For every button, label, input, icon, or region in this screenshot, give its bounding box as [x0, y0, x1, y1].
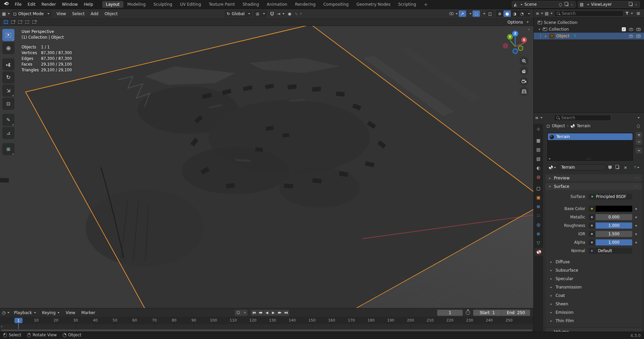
outliner-search-field[interactable]: Search	[554, 10, 623, 16]
timeline-editor-type-button[interactable]: ◷	[2, 309, 9, 316]
play-button[interactable]: ▶	[270, 310, 276, 316]
show-overlays-button[interactable]: ◌	[472, 10, 480, 17]
axis-y-neg-ball[interactable]	[518, 45, 523, 51]
timeline-menu-view[interactable]: View	[63, 308, 78, 317]
material-name-field[interactable]: Terrain	[559, 164, 606, 170]
workspace-tab-texture-paint[interactable]: Texture Paint	[205, 1, 238, 8]
editor-type-button[interactable]: ▦	[2, 10, 10, 17]
play-reverse-button[interactable]: ◀	[264, 310, 270, 316]
panel-surface[interactable]: ▾Surface∷∷	[545, 183, 642, 190]
tool-annotate[interactable]: ✎	[2, 114, 14, 126]
panel-diffuse[interactable]: ▸Diffuse	[545, 258, 642, 266]
browse-material-button[interactable]	[546, 164, 558, 170]
panel-transmission[interactable]: ▸Transmission	[545, 283, 642, 291]
stopwatch-icon[interactable]	[466, 310, 470, 315]
decorator-dot[interactable]	[635, 216, 637, 218]
region-divider[interactable]	[534, 112, 644, 113]
outliner-row-object[interactable]: ▸ ▽ Object ▽	[534, 33, 644, 39]
tool-add-cube[interactable]: ⊞	[2, 143, 14, 155]
metallic-socket[interactable]	[589, 214, 595, 220]
select-mode-invert[interactable]: ·	[24, 20, 30, 25]
properties-tab-view-layer[interactable]: ▧	[534, 155, 543, 163]
mode-selector[interactable]: ◻ Object Mode	[11, 10, 51, 17]
frame-end-field[interactable]: End250	[502, 310, 530, 316]
timeline-menu-playback[interactable]: Playback	[11, 308, 39, 317]
collection-checkbox[interactable]: ✓	[622, 27, 626, 31]
workspace-tab-scripting[interactable]: Scripting	[394, 1, 420, 8]
shading-wireframe-button[interactable]: ⊕	[496, 10, 503, 17]
tool-measure[interactable]: ⊿	[2, 127, 14, 139]
normal-button[interactable]: Default	[596, 248, 632, 254]
menu-window[interactable]: Window	[59, 0, 81, 9]
select-mode-extend[interactable]: +	[9, 20, 16, 25]
pan-button[interactable]	[520, 67, 528, 75]
tool-move[interactable]: ↔↕	[2, 58, 14, 70]
shading-dropdown[interactable]	[526, 10, 530, 17]
current-frame-field[interactable]: 1	[437, 310, 463, 316]
new-collection-button[interactable]: ⊞	[635, 10, 642, 16]
timeline-track-area[interactable]: »	[0, 324, 533, 329]
panel-emission[interactable]: ▸Emission	[545, 308, 642, 316]
workspace-tab-layout[interactable]: Layout	[102, 1, 123, 8]
panel-sheen[interactable]: ▸Sheen	[545, 300, 642, 308]
auto-keying-dropdown[interactable]	[242, 310, 248, 316]
normal-socket[interactable]	[589, 248, 595, 254]
viewport-menu-object[interactable]: Object	[102, 9, 121, 18]
panel-preview[interactable]: ▸Preview∷∷	[545, 174, 642, 181]
properties-editor-type-button[interactable]: ≡	[535, 114, 542, 121]
next-keyframe-button[interactable]: ◆▶	[276, 310, 283, 316]
proportional-falloff-button[interactable]: ∿	[295, 10, 302, 17]
snap-toggle-button[interactable]	[268, 10, 276, 17]
properties-tab-constraints[interactable]: ⊚	[534, 230, 543, 238]
show-object-types-button[interactable]	[449, 10, 458, 17]
viewport-menu-add[interactable]: Add	[87, 9, 101, 18]
pin-icon[interactable]	[558, 2, 563, 7]
shading-material-button[interactable]: ◑	[511, 10, 518, 17]
region-divider[interactable]	[533, 9, 534, 332]
menu-file[interactable]: File	[12, 0, 25, 9]
tool-cursor[interactable]: ⊕	[2, 42, 14, 54]
workspace-tab-rendering[interactable]: Rendering	[291, 1, 319, 8]
axis-z-ball[interactable]: Z	[512, 31, 518, 37]
disable-in-render-icon[interactable]	[636, 28, 641, 31]
jump-to-start-button[interactable]: ▮◀	[251, 310, 257, 316]
auto-keying-button[interactable]	[235, 310, 242, 316]
panel-specular[interactable]: ▸Specular	[545, 274, 642, 283]
timeline-scrollbar[interactable]	[0, 329, 533, 332]
workspace-tab-shading[interactable]: Shading	[239, 1, 263, 8]
overlays-dropdown[interactable]	[481, 10, 485, 17]
playhead-line[interactable]	[18, 322, 19, 329]
tool-transform[interactable]: ⊡	[2, 98, 14, 110]
pin-icon[interactable]	[636, 124, 641, 128]
sidebar-collapse-arrow[interactable]: ‹	[528, 27, 530, 32]
workspace-tab-sculpting[interactable]: Sculpting	[150, 1, 176, 8]
outliner-display-mode-button[interactable]: ▤	[545, 10, 553, 16]
decorator-dot[interactable]	[635, 242, 637, 243]
menu-edit[interactable]: Edit	[25, 0, 38, 9]
scene-selector[interactable]: ◭ Scene ×	[512, 1, 576, 8]
outliner-editor-type-button[interactable]: ≡	[536, 10, 543, 16]
axis-y-ball[interactable]: Y	[507, 34, 513, 40]
roughness-slider[interactable]: 1.000	[596, 223, 632, 229]
snap-settings-button[interactable]: ⇥	[277, 10, 285, 17]
gizmo-dropdown[interactable]	[467, 10, 471, 17]
shading-rendered-button[interactable]: ◔	[518, 10, 526, 17]
previous-keyframe-button[interactable]: ◀◆	[257, 310, 264, 316]
tool-scale[interactable]: ⇲	[2, 84, 14, 97]
properties-tab-render[interactable]: ▦	[534, 136, 543, 144]
slot-list-expand-icon[interactable]: ▸	[548, 157, 552, 160]
breadcrumb-object[interactable]: Object	[552, 124, 565, 128]
timeline-menu-keying[interactable]: Keying	[39, 308, 63, 317]
jump-to-end-button[interactable]: ▶▮	[283, 310, 289, 316]
remove-material-slot-button[interactable]: −	[636, 139, 642, 145]
outliner-row-collection[interactable]: ▾ Collection ✓	[534, 26, 644, 33]
outliner-filter-button[interactable]	[625, 10, 633, 16]
workspace-tab-animation[interactable]: Animation	[263, 1, 291, 8]
base-color-socket[interactable]	[589, 206, 595, 212]
add-material-slot-button[interactable]: +	[636, 132, 642, 138]
breadcrumb-data[interactable]: Terrain	[577, 124, 591, 128]
select-mode-subtract[interactable]: −	[16, 20, 23, 25]
properties-options-button[interactable]	[634, 114, 641, 121]
transform-orientation-button[interactable]: ↻ Global	[225, 10, 252, 17]
camera-view-button[interactable]	[520, 77, 528, 86]
